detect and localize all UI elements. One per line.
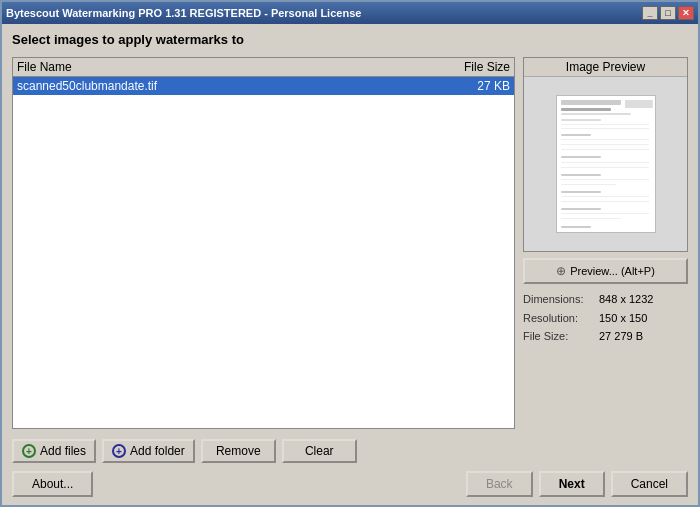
- back-button[interactable]: Back: [466, 471, 533, 497]
- minimize-button[interactable]: _: [642, 6, 658, 20]
- preview-image-area: [524, 77, 687, 251]
- table-row[interactable]: scanned50clubmandate.tif 27 KB: [13, 77, 514, 95]
- svg-rect-14: [561, 167, 649, 168]
- svg-rect-12: [561, 156, 601, 158]
- title-bar: Bytescout Watermarking PRO 1.31 REGISTER…: [2, 2, 698, 24]
- filesize-value: 27 279 B: [599, 327, 643, 346]
- nav-row: About... Back Next Cancel: [12, 471, 688, 497]
- nav-left: About...: [12, 471, 93, 497]
- file-panel: File Name File Size scanned50clubmandate…: [12, 57, 515, 429]
- action-buttons: + Add files + Add folder Remove Clear: [12, 439, 688, 463]
- svg-rect-24: [561, 226, 591, 228]
- svg-rect-7: [561, 128, 649, 129]
- preview-icon: ⊕: [556, 264, 566, 278]
- preview-button[interactable]: ⊕ Preview... (Alt+P): [523, 258, 688, 284]
- page-title: Select images to apply watermarks to: [12, 32, 688, 47]
- add-folder-label: Add folder: [130, 444, 185, 458]
- preview-info: Dimensions: 848 x 1232 Resolution: 150 x…: [523, 290, 688, 346]
- filesize-label: File Size:: [523, 327, 595, 346]
- add-files-button[interactable]: + Add files: [12, 439, 96, 463]
- add-files-label: Add files: [40, 444, 86, 458]
- filesize-row: File Size: 27 279 B: [523, 327, 688, 346]
- file-name: scanned50clubmandate.tif: [17, 79, 430, 93]
- clear-button[interactable]: Clear: [282, 439, 357, 463]
- col-size-header: File Size: [430, 60, 510, 74]
- main-window: Bytescout Watermarking PRO 1.31 REGISTER…: [0, 0, 700, 507]
- svg-rect-20: [561, 201, 649, 202]
- title-controls: _ □ ✕: [642, 6, 694, 20]
- svg-rect-22: [561, 213, 649, 214]
- svg-rect-0: [557, 96, 656, 233]
- preview-image-box: Image Preview: [523, 57, 688, 252]
- maximize-button[interactable]: □: [660, 6, 676, 20]
- svg-rect-1: [561, 100, 621, 105]
- window-title: Bytescout Watermarking PRO 1.31 REGISTER…: [6, 7, 361, 19]
- main-layout: File Name File Size scanned50clubmandate…: [12, 57, 688, 429]
- dimensions-row: Dimensions: 848 x 1232: [523, 290, 688, 309]
- svg-rect-5: [561, 119, 601, 121]
- svg-rect-2: [625, 100, 653, 108]
- svg-rect-15: [561, 174, 601, 176]
- document-preview-svg: [556, 95, 656, 233]
- svg-rect-10: [561, 144, 649, 145]
- file-size: 27 KB: [430, 79, 510, 93]
- cancel-button[interactable]: Cancel: [611, 471, 688, 497]
- resolution-row: Resolution: 150 x 150: [523, 309, 688, 328]
- svg-rect-6: [561, 124, 649, 125]
- file-list-body[interactable]: scanned50clubmandate.tif 27 KB: [13, 77, 514, 428]
- next-button[interactable]: Next: [539, 471, 605, 497]
- svg-rect-4: [561, 113, 631, 115]
- preview-btn-label: Preview... (Alt+P): [570, 265, 655, 277]
- file-list-header: File Name File Size: [13, 58, 514, 77]
- add-folder-icon: +: [112, 444, 126, 458]
- add-files-icon: +: [22, 444, 36, 458]
- preview-panel: Image Preview: [523, 57, 688, 429]
- svg-rect-17: [561, 184, 616, 185]
- svg-rect-8: [561, 134, 591, 136]
- close-button[interactable]: ✕: [678, 6, 694, 20]
- svg-rect-9: [561, 139, 649, 140]
- resolution-value: 150 x 150: [599, 309, 647, 328]
- col-name-header: File Name: [17, 60, 430, 74]
- dimensions-label: Dimensions:: [523, 290, 595, 309]
- svg-rect-16: [561, 179, 649, 180]
- svg-rect-19: [561, 196, 649, 197]
- svg-rect-21: [561, 208, 601, 210]
- about-button[interactable]: About...: [12, 471, 93, 497]
- preview-label: Image Preview: [524, 58, 687, 77]
- dimensions-value: 848 x 1232: [599, 290, 653, 309]
- svg-rect-13: [561, 162, 649, 163]
- add-folder-button[interactable]: + Add folder: [102, 439, 195, 463]
- remove-button[interactable]: Remove: [201, 439, 276, 463]
- svg-rect-3: [561, 108, 611, 111]
- resolution-label: Resolution:: [523, 309, 595, 328]
- svg-rect-18: [561, 191, 601, 193]
- content-area: Select images to apply watermarks to Fil…: [2, 24, 698, 505]
- svg-rect-11: [561, 149, 649, 150]
- nav-right: Back Next Cancel: [466, 471, 688, 497]
- svg-rect-23: [561, 218, 621, 219]
